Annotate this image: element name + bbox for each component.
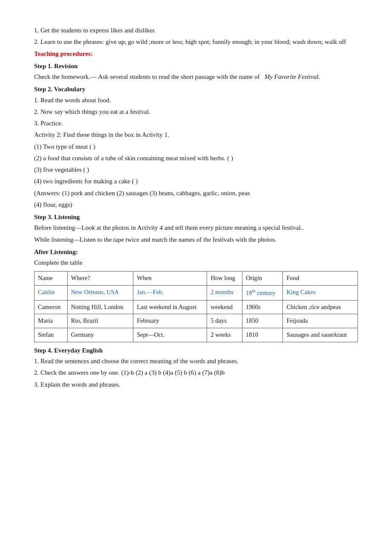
cell-when: Last weekend in August [133,300,207,314]
line-1: 1. Get the students to express likes and… [34,26,358,35]
cell-how-long: weekend [207,300,242,314]
activity2: Activity 2: Find these things in the box… [34,130,358,140]
step4-title: Step 4. Everyday English [34,346,358,356]
cell-origin: 18th century [242,286,283,301]
cell-when: Jan.—Feb. [133,286,207,301]
step2-title: Step 2. Vocabulary [34,84,358,94]
table-header-row: Name Where? When How long Origin Food [35,272,358,286]
cell-where: Notting Hill, London [67,300,133,314]
cell-where: New Orleans, USA [67,286,133,301]
col-origin: Origin [242,272,283,286]
q1: (1) Two type of meat ( ) [34,142,358,152]
step4-2: 2. Check the answers one by one. (1)-b (… [34,368,358,378]
step4-1: 1. Read the sentences and choose the cor… [34,356,358,366]
q3: (3) five vegetables ( ) [34,165,358,175]
col-where: Where? [67,272,133,286]
table-row: Maria Rio, Brazil February 5 days 1850 F… [35,314,358,328]
festival-table: Name Where? When How long Origin Food Ca… [34,271,358,342]
col-name: Name [35,272,68,286]
answers: (Answers: (1) pork and chicken (2) sausa… [34,188,358,198]
col-how-long: How long [207,272,242,286]
answers2: (4) flour, eggs) [34,200,358,210]
after-listening-title: After Listening: [34,247,358,257]
before-listening: Before listening—Look at the photos in A… [34,223,358,233]
cell-name: Stefan [35,328,68,342]
cell-origin: 1960s [242,300,283,314]
step2-2: 2. Now say which things you eat at a fes… [34,107,358,117]
cell-where: Germany [67,328,133,342]
cell-where: Rio, Brazil [67,314,133,328]
step1-italic: My Favorite Festival. [265,73,320,80]
teaching-procedures-label: Teaching procedures: [34,49,358,59]
cell-name: Cameron [35,300,68,314]
step3-title: Step 3. Listening [34,212,358,222]
step2-1: 1. Read the words about food. [34,95,358,105]
cell-origin: 1810 [242,328,283,342]
cell-how-long: 5 days [207,314,242,328]
step1-body: Check the homework.— Ask several student… [34,72,358,82]
step4-3: 3. Explain the words and phrases. [34,380,358,390]
cell-food: Sausages and sauerkraut [283,328,358,342]
table-row: Stefan Germany Sept—Oct. 2 weeks 1810 Sa… [35,328,358,342]
table-row: Cameron Notting Hill, London Last weeken… [35,300,358,314]
cell-name: Caitlin [35,286,68,301]
table-row: Caitlin New Orleans, USA Jan.—Feb. 2 mon… [35,286,358,301]
cell-when: Sept—Oct. [133,328,207,342]
q4: (4) two ingredients for making a cake ( … [34,176,358,186]
col-food: Food [283,272,358,286]
step2-3: 3. Practice. [34,119,358,128]
cell-how-long: 2 months [207,286,242,301]
cell-name: Maria [35,314,68,328]
cell-food: King Cakes [283,286,358,301]
cell-origin: 1850 [242,314,283,328]
cell-food: Chicken ,rice andpeas [283,300,358,314]
cell-food: Feijoada [283,314,358,328]
while-listening: While listening—Listen to the tape twice… [34,235,358,245]
cell-when: February [133,314,207,328]
step1-title: Step 1. Revision [34,61,358,71]
col-when: When [133,272,207,286]
cell-how-long: 2 weeks [207,328,242,342]
line-2: 2. Learn to use the phrases: give up; go… [34,37,358,47]
complete-table-label: Complete the table [34,258,358,268]
q2: (2) a food that consists of a tube of sk… [34,153,358,163]
